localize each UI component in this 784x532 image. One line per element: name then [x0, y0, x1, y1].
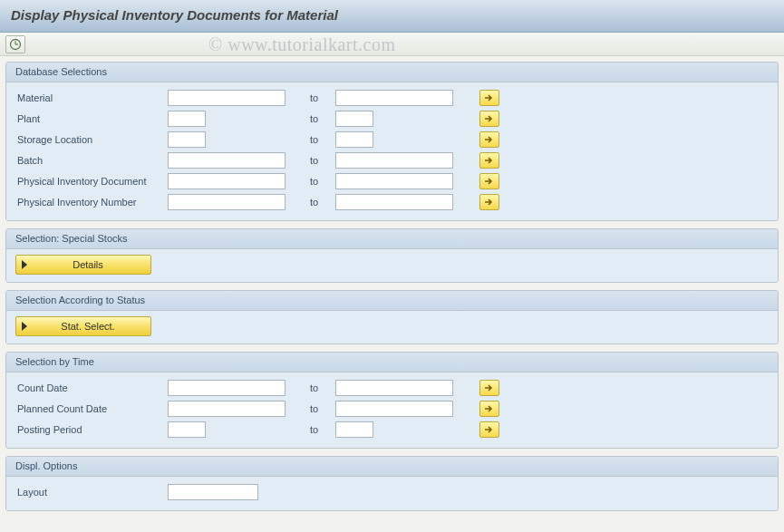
page-title: Display Physical Inventory Documents for… — [0, 0, 784, 33]
chevron-right-icon — [22, 260, 27, 269]
material-multi-button[interactable] — [479, 90, 499, 106]
storage-loc-to-input[interactable] — [335, 131, 373, 148]
label-pi-num: Physical Inventory Number — [15, 197, 168, 208]
button-label: Stat. Select. — [34, 321, 141, 332]
storage-loc-multi-button[interactable] — [479, 131, 499, 148]
group-header: Selection by Time — [6, 353, 778, 372]
material-to-input[interactable] — [335, 90, 453, 106]
group-header: Database Selections — [6, 63, 778, 82]
material-from-input[interactable] — [168, 90, 286, 106]
arrow-right-icon — [484, 135, 495, 144]
batch-to-input[interactable] — [335, 152, 453, 169]
arrow-right-icon — [484, 198, 495, 207]
label-batch: Batch — [15, 155, 168, 166]
label-pi-doc: Physical Inventory Document — [15, 176, 168, 187]
execute-button[interactable] — [5, 35, 25, 53]
label-storage-location: Storage Location — [15, 134, 168, 145]
pi-doc-from-input[interactable] — [168, 173, 286, 189]
group-selection-by-time: Selection by Time Count Date to Planned … — [5, 352, 779, 449]
count-date-from-input[interactable] — [168, 380, 286, 396]
label-planned-count-date: Planned Count Date — [15, 403, 168, 414]
batch-multi-button[interactable] — [479, 152, 499, 169]
arrow-right-icon — [484, 177, 495, 186]
label-layout: Layout — [15, 487, 168, 498]
label-posting-period: Posting Period — [15, 424, 168, 435]
planned-date-to-input[interactable] — [335, 401, 453, 417]
details-button[interactable]: Details — [15, 255, 151, 275]
to-label: to — [308, 113, 335, 124]
to-label: to — [308, 92, 335, 103]
pi-doc-multi-button[interactable] — [479, 173, 499, 189]
group-header: Selection According to Status — [6, 291, 778, 311]
to-label: to — [308, 382, 335, 393]
to-label: to — [308, 197, 335, 208]
group-header: Selection: Special Stocks — [6, 229, 778, 249]
pi-num-from-input[interactable] — [168, 194, 286, 210]
stat-select-button[interactable]: Stat. Select. — [15, 316, 151, 336]
clock-icon — [9, 38, 22, 51]
group-database-selections: Database Selections Material to Plant to… — [5, 62, 779, 221]
to-label: to — [308, 155, 335, 166]
layout-input[interactable] — [168, 484, 258, 500]
count-date-multi-button[interactable] — [479, 380, 499, 396]
label-count-date: Count Date — [15, 382, 168, 393]
group-displ-options: Displ. Options Layout — [5, 456, 779, 511]
button-label: Details — [34, 259, 141, 270]
toolbar — [0, 33, 784, 56]
to-label: to — [308, 176, 335, 187]
to-label: to — [308, 403, 335, 414]
posting-period-multi-button[interactable] — [479, 421, 499, 438]
planned-date-from-input[interactable] — [168, 401, 286, 417]
arrow-right-icon — [484, 383, 495, 392]
arrow-right-icon — [484, 93, 495, 102]
chevron-right-icon — [22, 322, 27, 331]
planned-date-multi-button[interactable] — [479, 401, 499, 417]
batch-from-input[interactable] — [168, 152, 286, 169]
pi-doc-to-input[interactable] — [335, 173, 453, 189]
count-date-to-input[interactable] — [335, 380, 453, 396]
arrow-right-icon — [484, 425, 495, 434]
plant-from-input[interactable] — [168, 111, 206, 127]
arrow-right-icon — [484, 404, 495, 413]
pi-num-to-input[interactable] — [335, 194, 453, 210]
plant-multi-button[interactable] — [479, 111, 499, 127]
label-plant: Plant — [15, 113, 168, 124]
posting-period-from-input[interactable] — [168, 421, 206, 438]
posting-period-to-input[interactable] — [335, 421, 373, 438]
group-header: Displ. Options — [6, 457, 778, 477]
to-label: to — [308, 134, 335, 145]
label-material: Material — [15, 92, 168, 103]
storage-loc-from-input[interactable] — [168, 131, 206, 148]
arrow-right-icon — [484, 114, 495, 123]
group-special-stocks: Selection: Special Stocks Details — [5, 228, 779, 283]
group-status: Selection According to Status Stat. Sele… — [5, 290, 779, 344]
pi-num-multi-button[interactable] — [479, 194, 499, 210]
arrow-right-icon — [484, 156, 495, 165]
plant-to-input[interactable] — [335, 111, 373, 127]
to-label: to — [308, 424, 335, 435]
